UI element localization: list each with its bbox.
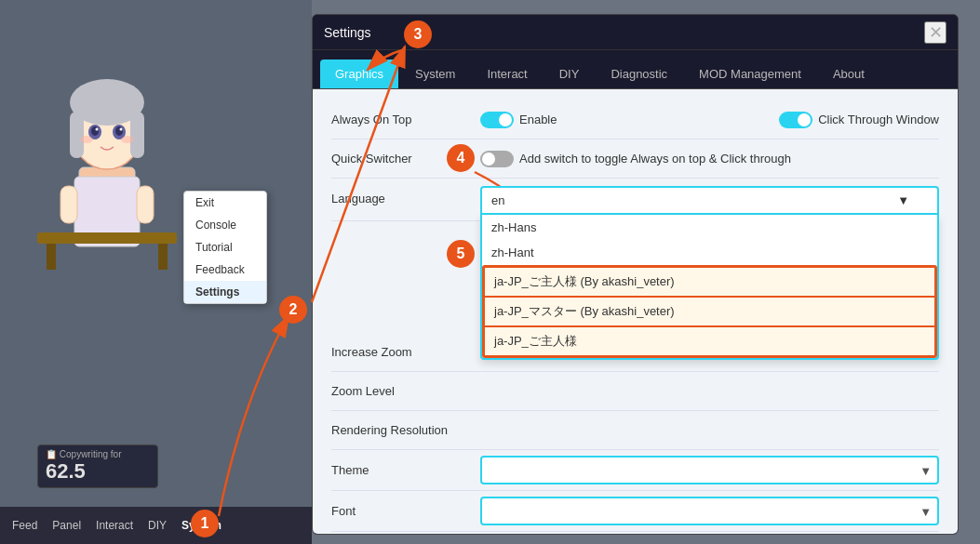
- select-theme-wrapper: ▼: [480, 456, 939, 484]
- context-menu-exit[interactable]: Exit: [184, 192, 266, 214]
- svg-point-8: [91, 126, 99, 136]
- svg-rect-16: [158, 244, 168, 270]
- toggle-always-on-top[interactable]: Enable: [480, 112, 557, 128]
- toggle-track-quick-switcher: [480, 151, 514, 167]
- badge-3: 3: [404, 20, 432, 48]
- tab-graphics[interactable]: Graphics: [320, 60, 398, 88]
- taskbar-panel[interactable]: Panel: [45, 515, 88, 536]
- select-font-wrapper: ▼: [480, 497, 939, 525]
- toggle-quick-switcher[interactable]: Add switch to toggle Always on top & Cli…: [480, 151, 791, 167]
- taskbar-interact[interactable]: Interact: [88, 515, 141, 536]
- svg-point-11: [120, 128, 123, 131]
- row-rendering-resolution: Rendering Resolution: [331, 411, 939, 450]
- tab-system[interactable]: System: [400, 60, 470, 88]
- svg-point-10: [96, 128, 99, 131]
- dropdown-highlight-group: ja-JP_ご主人様 (By akashi_veter) ja-JP_マスター …: [482, 265, 937, 358]
- control-language: en ▼ zh-Hans zh-Hant ja-JP_ご主人様 (By akas…: [480, 186, 939, 215]
- stats-title: 📋 Copywriting for: [46, 449, 150, 459]
- badge-2: 2: [279, 296, 307, 324]
- tab-diagnostic[interactable]: Diagnostic: [596, 60, 682, 88]
- toggle-label-click-through: Click Through Window: [818, 113, 939, 126]
- label-increase-zoom: Increase Zoom: [331, 345, 480, 359]
- content-area: Always On Top Enable Click Through Windo…: [313, 89, 958, 534]
- taskbar: Feed Panel Interact DIY System: [0, 507, 312, 544]
- toggle-knob-always-on-top: [499, 113, 512, 126]
- row-start-position: Start Position Exit Pos. x y Current: [331, 532, 939, 534]
- svg-point-13: [121, 136, 134, 143]
- stats-box: 📋 Copywriting for 62.5: [37, 444, 158, 488]
- dropdown-opt-ja-jp-3[interactable]: ja-JP_ご主人様: [484, 326, 935, 356]
- row-font: Font ▼: [331, 491, 939, 532]
- svg-rect-18: [137, 186, 154, 223]
- row-always-on-top: Always On Top Enable Click Through Windo…: [331, 100, 939, 139]
- svg-rect-4: [70, 112, 84, 158]
- label-theme: Theme: [331, 463, 480, 477]
- taskbar-diy[interactable]: DIY: [141, 515, 174, 536]
- context-menu-tutorial[interactable]: Tutorial: [184, 236, 266, 259]
- svg-rect-5: [130, 112, 144, 158]
- toggle-knob-quick-switcher: [482, 153, 495, 166]
- anime-character: [28, 46, 186, 270]
- tab-diy[interactable]: DIY: [544, 60, 595, 88]
- control-font: ▼: [480, 497, 939, 525]
- dropdown-opt-ja-jp-1[interactable]: ja-JP_ご主人様 (By akashi_veter): [484, 267, 935, 297]
- label-zoom-level: Zoom Level: [331, 384, 480, 398]
- toggle-track-always-on-top: [480, 112, 514, 128]
- dropdown-list-language: zh-Hans zh-Hant ja-JP_ご主人様 (By akashi_ve…: [480, 215, 939, 360]
- svg-rect-17: [60, 186, 77, 223]
- taskbar-feed[interactable]: Feed: [5, 515, 45, 536]
- label-rendering-resolution: Rendering Resolution: [331, 423, 480, 437]
- tab-interact[interactable]: Interact: [472, 60, 542, 88]
- context-menu: Exit Console Tutorial Feedback Settings: [183, 191, 267, 304]
- badge-5: 5: [447, 240, 475, 268]
- svg-rect-15: [47, 244, 56, 270]
- close-button[interactable]: ✕: [924, 21, 946, 44]
- dropdown-opt-zh-hant[interactable]: zh-Hant: [482, 240, 937, 265]
- dropdown-opt-ja-jp-2[interactable]: ja-JP_マスター (By akashi_veter): [484, 297, 935, 326]
- context-menu-feedback[interactable]: Feedback: [184, 259, 266, 281]
- settings-window: Settings ✕ Graphics System Interact DIY …: [312, 14, 959, 535]
- background-panel: 📋 Copywriting for 62.5 Exit Console Tuto…: [0, 0, 312, 544]
- dropdown-arrow-language: ▼: [897, 193, 909, 207]
- label-font: Font: [331, 504, 480, 518]
- select-theme[interactable]: [480, 456, 939, 484]
- dropdown-field-language[interactable]: en ▼: [480, 186, 939, 215]
- toggle-knob-click-through: [798, 113, 811, 126]
- toggle-label-always-on-top: Enable: [519, 113, 557, 126]
- context-menu-console[interactable]: Console: [184, 214, 266, 236]
- dropdown-language[interactable]: en ▼ zh-Hans zh-Hant ja-JP_ご主人様 (By akas…: [480, 186, 939, 215]
- row-quick-switcher: Quick Switcher Add switch to toggle Alwa…: [331, 139, 939, 179]
- dropdown-value-language: en: [491, 193, 504, 207]
- settings-table: Always On Top Enable Click Through Windo…: [313, 89, 958, 534]
- control-theme: ▼: [480, 456, 939, 484]
- label-always-on-top: Always On Top: [331, 113, 480, 126]
- window-title: Settings: [324, 25, 371, 40]
- control-quick-switcher: Add switch to toggle Always on top & Cli…: [480, 151, 939, 167]
- stats-value: 62.5: [46, 459, 150, 484]
- dropdown-opt-zh-hans[interactable]: zh-Hans: [482, 215, 937, 240]
- svg-point-9: [115, 126, 123, 136]
- badge-1: 1: [191, 510, 219, 537]
- row-theme: Theme ▼: [331, 450, 939, 491]
- tab-mod-management[interactable]: MOD Management: [684, 60, 816, 88]
- control-always-on-top: Enable Click Through Window: [480, 112, 939, 128]
- tab-bar: Graphics System Interact DIY Diagnostic …: [313, 50, 958, 89]
- context-menu-settings[interactable]: Settings: [184, 281, 266, 303]
- select-font[interactable]: [480, 497, 939, 525]
- toggle-track-click-through: [779, 112, 812, 128]
- label-language: Language: [331, 186, 480, 206]
- row-zoom-level: Zoom Level: [331, 372, 939, 411]
- toggle-label-quick-switcher: Add switch to toggle Always on top & Cli…: [519, 152, 791, 166]
- svg-point-12: [80, 136, 93, 143]
- svg-rect-14: [37, 232, 177, 244]
- badge-4: 4: [447, 144, 475, 172]
- row-language: Language en ▼ zh-Hans zh-Hant ja-JP_ご主人様…: [331, 179, 939, 221]
- toggle-click-through[interactable]: Click Through Window: [779, 112, 939, 128]
- tab-about[interactable]: About: [818, 60, 879, 88]
